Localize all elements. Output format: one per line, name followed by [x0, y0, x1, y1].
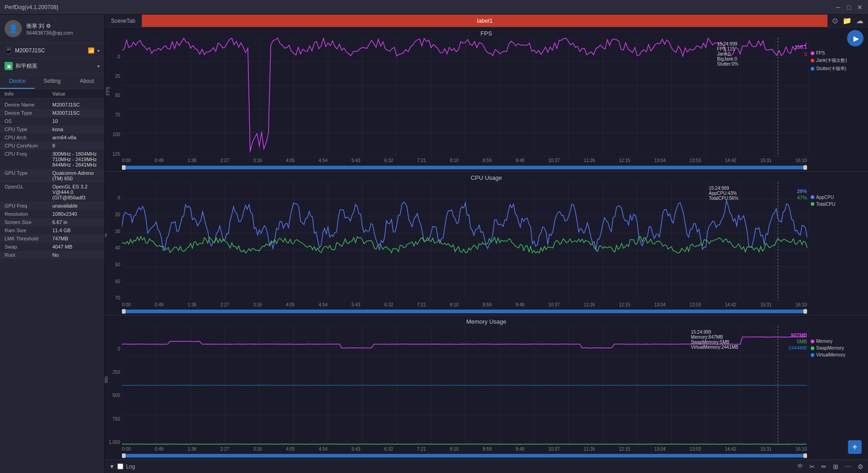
info-row: CPU CoreNum8	[0, 142, 104, 150]
x-label: 0:00	[122, 302, 131, 307]
cpu-legend-total: TotalCPU	[811, 202, 866, 207]
tab-device[interactable]: Device	[0, 74, 35, 89]
info-row: CPU Freq300MHz - 1804MHz 710MHz - 2419MH…	[0, 150, 104, 169]
x-label: 8:59	[483, 158, 491, 163]
info-row: OS10	[0, 117, 104, 125]
fps-scroll-bar[interactable]	[122, 165, 807, 170]
app-section[interactable]: ▣ 和平精英 ▾	[0, 58, 104, 74]
x-label: 0:00	[122, 447, 131, 452]
memory-legend-swap: SwapMemory	[811, 346, 866, 351]
log-checkbox[interactable]	[117, 463, 123, 469]
play-button[interactable]	[847, 30, 863, 46]
virtual-dot	[811, 353, 814, 357]
fps-scroll-left[interactable]	[122, 165, 126, 170]
info-key: CPU CoreNum	[5, 143, 52, 148]
add-chart-button[interactable]: +	[848, 440, 862, 454]
fps-scroll-right[interactable]	[803, 165, 807, 170]
cpu-scroll-right[interactable]	[803, 309, 807, 314]
x-label: 15:31	[760, 302, 772, 307]
cpu-y-40: 40	[115, 234, 120, 251]
info-key: Swap	[5, 244, 52, 249]
x-label: 8:10	[450, 447, 459, 452]
cpu-scroll-left[interactable]	[122, 309, 126, 314]
memory-scroll-bar[interactable]	[122, 453, 807, 458]
cpu-y-70: 70	[115, 284, 120, 301]
memory-scroll-right[interactable]	[803, 453, 807, 458]
x-label: 2:27	[220, 447, 229, 452]
info-row: Swap4047 MB	[0, 243, 104, 251]
device-section[interactable]: 📱 M2007J1SC 📶 ▾	[0, 43, 104, 58]
info-row: OpenGLOpenGL ES 3.2 V@444.0 (GIT@856adf3	[0, 183, 104, 202]
memory-tooltip-time: 15:24:999	[691, 330, 738, 335]
x-label: 6:32	[384, 302, 393, 307]
x-label: 0:49	[155, 158, 163, 163]
fps-legend-jank: Jank(卡顿次数)	[811, 57, 866, 64]
minimize-button[interactable]: ─	[834, 4, 842, 11]
log-chevron-icon[interactable]: ▼	[109, 463, 115, 470]
cut-icon[interactable]: ✂	[809, 463, 815, 470]
cloud-icon[interactable]: ☁	[856, 16, 863, 25]
folder-icon[interactable]: 📁	[843, 16, 852, 25]
info-row: GPU Frequnavailable	[0, 202, 104, 210]
memory-legend: Memory SwapMemory VirtualMemory	[809, 326, 868, 445]
grid-icon[interactable]: ⊞	[833, 463, 838, 470]
settings-icon[interactable]: ⚙	[858, 463, 863, 470]
language-button[interactable]: 中	[797, 463, 803, 470]
x-label: 11:26	[584, 302, 595, 307]
info-key: Ram Size	[5, 228, 52, 233]
x-label: 11:26	[584, 447, 595, 452]
info-key: Root	[5, 252, 52, 258]
memory-scroll-left[interactable]	[122, 453, 126, 458]
device-row: 📱 M2007J1SC	[5, 47, 45, 54]
x-label: 3:16	[253, 447, 262, 452]
location-icon[interactable]: ⊙	[832, 16, 838, 25]
memory-legend-virtual-label: VirtualMemory	[816, 352, 845, 357]
memory-y-500: 500	[112, 375, 120, 398]
totalcpu-dot	[811, 202, 814, 206]
x-label: 11:26	[584, 158, 595, 163]
more-icon[interactable]: ⋯	[845, 463, 851, 470]
info-key: Device Name	[5, 102, 52, 107]
tab-setting[interactable]: Setting	[35, 74, 69, 89]
x-label: 7:21	[417, 302, 426, 307]
fps-legend-fps-label: FPS	[816, 51, 825, 56]
x-label: 9:48	[515, 447, 524, 452]
fps-y-unit: FPS	[106, 87, 111, 96]
fps-tooltip-stutter: Stutter:0%	[717, 61, 738, 66]
x-label: 5:43	[352, 302, 360, 307]
fps-legend-dot	[811, 51, 814, 55]
info-key: Device Type	[5, 110, 52, 116]
info-key: CPU Freq	[5, 151, 52, 157]
cpu-legend-app: AppCPU	[811, 195, 866, 200]
maximize-button[interactable]: □	[845, 4, 853, 11]
memory-y-unit: MB	[105, 376, 109, 383]
pencil-icon[interactable]: ✏	[821, 463, 827, 470]
cpu-y-20: 20	[115, 200, 120, 217]
info-value: 8	[52, 143, 100, 148]
appcpu-dot	[811, 195, 814, 199]
x-label: 16:10	[796, 302, 807, 307]
memory-x-axis: 0:000:491:382:273:164:054:545:436:327:21…	[105, 445, 868, 453]
close-button[interactable]: ✕	[856, 4, 863, 11]
x-label: 8:59	[483, 302, 491, 307]
x-label: 5:43	[352, 447, 360, 452]
x-label: 1:38	[187, 158, 196, 163]
memory-dot	[811, 340, 814, 343]
user-name: 衡寒 刘 ⚙	[26, 22, 73, 30]
x-label: 9:48	[515, 302, 524, 307]
cpu-tooltip-appcpu: AppCPU:43%	[709, 191, 738, 196]
info-value: 1080x2340	[52, 211, 100, 217]
x-label: 12:15	[619, 302, 631, 307]
fps-val-right2: 0	[804, 51, 807, 57]
memory-y-250: 250	[112, 351, 120, 375]
tab-about[interactable]: About	[70, 74, 104, 89]
fps-x-labels: 0:000:491:382:273:164:054:545:436:327:21…	[122, 158, 807, 163]
fps-tooltip-bigjank: BigJank:0	[717, 56, 738, 61]
memory-y-750: 750	[112, 398, 120, 421]
x-label: 3:16	[253, 302, 262, 307]
info-value: unavailable	[52, 203, 100, 209]
cpu-tooltip-time: 15:24:999	[709, 186, 738, 191]
fps-y-25: 25	[115, 59, 120, 79]
cpu-scroll-bar[interactable]	[122, 309, 807, 314]
memory-x-labels: 0:000:491:382:273:164:054:545:436:327:21…	[122, 447, 807, 452]
